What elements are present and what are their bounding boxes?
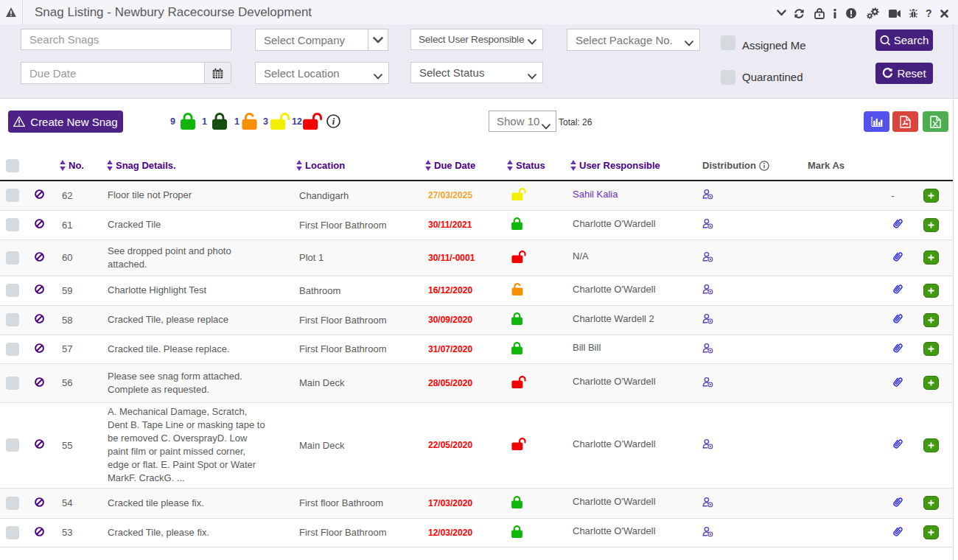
svg-text:?: ? [926,8,932,18]
svg-text:i: i [332,116,335,127]
